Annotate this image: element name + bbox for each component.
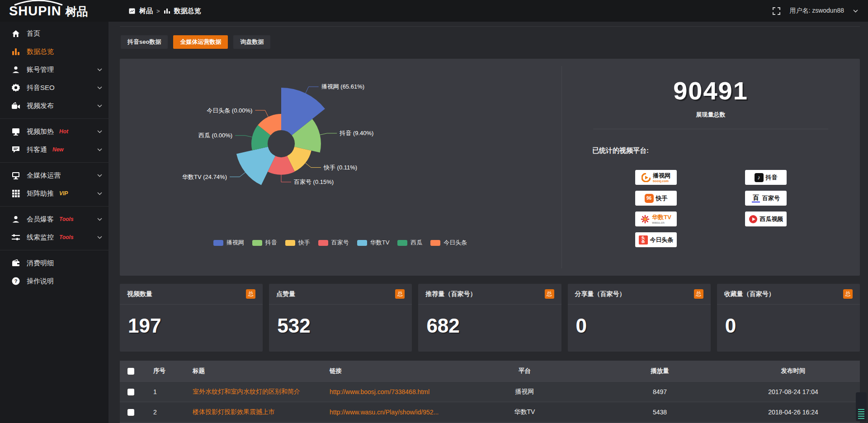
legend-item[interactable]: 播视网 bbox=[213, 239, 244, 247]
pie-label-line bbox=[306, 163, 321, 168]
legend-item[interactable]: 百家号 bbox=[318, 239, 349, 247]
stat-card-recommend: 推荐量（百家号）总 682 bbox=[418, 284, 561, 352]
breadcrumb-current: 数据总览 bbox=[174, 7, 201, 15]
tools-badge: Tools bbox=[59, 234, 74, 240]
video-url-link[interactable]: http://www.wasu.cn/Play/show/id/952... bbox=[326, 409, 456, 416]
row-checkbox[interactable] bbox=[127, 389, 134, 395]
platform-badge-kuaishou: 96 快手 bbox=[635, 191, 677, 206]
grid-icon bbox=[12, 189, 20, 197]
total-badge[interactable]: 总 bbox=[395, 289, 405, 299]
total-impressions-value: 90491 bbox=[561, 76, 860, 105]
sidebar-divider bbox=[0, 206, 108, 207]
video-table: 序号 标题 链接 平台 播放量 发布时间 1 室外水纹灯和室内水纹灯的区别和简介… bbox=[120, 361, 860, 423]
stat-card-video-count: 视频数量总 197 bbox=[120, 284, 263, 352]
sidebar-item-instructions[interactable]: ? 操作说明 bbox=[0, 272, 108, 290]
sidebar-item-douketong[interactable]: 抖客通 New bbox=[0, 141, 108, 159]
row-checkbox[interactable] bbox=[127, 409, 134, 416]
toutiao-logo-icon: 头条 bbox=[639, 235, 648, 244]
floating-widget[interactable] bbox=[856, 392, 867, 421]
sidebar-divider bbox=[0, 250, 108, 250]
hot-badge: Hot bbox=[59, 128, 68, 135]
sidebar-item-account[interactable]: 账号管理 bbox=[0, 61, 108, 79]
logo-text-en: SHUPIN bbox=[9, 5, 61, 18]
platforms-title: 已统计的视频平台: bbox=[592, 146, 860, 155]
legend-item[interactable]: 快手 bbox=[285, 239, 310, 247]
sidebar-item-douyin-seo[interactable]: 抖音SEO bbox=[0, 79, 108, 97]
svg-text:?: ? bbox=[14, 278, 18, 284]
pie-label: 快手 (0.11%) bbox=[323, 164, 357, 171]
video-title-link[interactable]: 楼体投影灯投影效果震撼上市 bbox=[189, 408, 326, 416]
logo-arc-decoration bbox=[12, 0, 65, 6]
chevron-down-icon bbox=[97, 148, 102, 151]
sidebar-item-omnimedia[interactable]: 全媒体运营 bbox=[0, 166, 108, 184]
legend-item[interactable]: 今日头条 bbox=[430, 239, 467, 247]
home-icon bbox=[12, 29, 20, 38]
chevron-down-icon[interactable] bbox=[853, 9, 858, 13]
chart-legend: 播视网 抖音 快手 百家号 华数TV 西瓜 今日头条 bbox=[120, 239, 561, 247]
legend-swatch bbox=[213, 240, 223, 246]
platform-badge-boosj: 播视网boosj.com bbox=[635, 170, 677, 185]
summary-divider bbox=[593, 129, 828, 129]
fullscreen-icon[interactable] bbox=[773, 7, 780, 15]
username-label[interactable]: 用户名: zswodun88 bbox=[789, 7, 844, 15]
pie-label-line bbox=[320, 133, 337, 135]
stat-card-shares: 分享量（百家号）总 0 bbox=[568, 284, 711, 352]
data-tabs: 抖音seo数据 全媒体运营数据 询盘数据 bbox=[121, 35, 270, 49]
legend-swatch bbox=[397, 240, 407, 246]
total-badge[interactable]: 总 bbox=[246, 289, 255, 299]
sidebar-item-video-heat[interactable]: 视频加热 Hot bbox=[0, 122, 108, 141]
platforms-grid: 播视网boosj.com ♪ 抖音 96 快手 百 百家号 华数TVwasu.c… bbox=[635, 170, 787, 247]
legend-item[interactable]: 华数TV bbox=[357, 239, 390, 247]
sidebar-item-lead-monitor[interactable]: 线索监控 Tools bbox=[0, 228, 108, 246]
tab-douyin-seo-data[interactable]: 抖音seo数据 bbox=[121, 35, 168, 49]
stat-cards-row: 视频数量总 197 点赞量总 532 推荐量（百家号）总 682 分享量（百家号… bbox=[120, 284, 860, 352]
legend-item[interactable]: 抖音 bbox=[252, 239, 277, 247]
stat-value: 532 bbox=[269, 305, 412, 337]
legend-swatch bbox=[318, 240, 328, 246]
breadcrumb-separator: > bbox=[156, 8, 160, 14]
sidebar-item-matrix-boost[interactable]: 矩阵助推 VIP bbox=[0, 184, 108, 202]
tools-badge: Tools bbox=[59, 216, 74, 222]
video-title-link[interactable]: 室外水纹灯和室内水纹灯的区别和简介 bbox=[189, 388, 326, 396]
wallet-icon bbox=[12, 259, 20, 267]
top-header: SHUPIN 树品 树品 > 数据总览 用户名: zswodun88 bbox=[0, 0, 868, 22]
pie-slice-华数TV[interactable] bbox=[236, 147, 275, 185]
stat-value: 197 bbox=[120, 305, 263, 337]
bar-chart-icon bbox=[164, 8, 170, 14]
user-icon bbox=[12, 66, 20, 74]
chevron-down-icon bbox=[97, 104, 102, 108]
sidebar-item-member-burst[interactable]: 会员爆客 Tools bbox=[0, 210, 108, 228]
table-header-row: 序号 标题 链接 平台 播放量 发布时间 bbox=[120, 361, 860, 381]
sidebar-item-home[interactable]: 首页 bbox=[0, 24, 108, 42]
total-badge[interactable]: 总 bbox=[843, 289, 853, 299]
tab-inquiry-data[interactable]: 询盘数据 bbox=[233, 35, 270, 49]
legend-item[interactable]: 西瓜 bbox=[397, 239, 422, 247]
stat-value: 682 bbox=[418, 305, 561, 337]
total-badge[interactable]: 总 bbox=[694, 289, 703, 299]
header-right: 用户名: zswodun88 bbox=[773, 7, 868, 15]
tab-omnimedia-data[interactable]: 全媒体运营数据 bbox=[173, 35, 228, 49]
select-all-checkbox[interactable] bbox=[127, 368, 134, 375]
pie-label-line bbox=[255, 110, 268, 117]
bar-chart-icon bbox=[12, 47, 20, 56]
sidebar-item-video-publish[interactable]: 视频发布 bbox=[0, 97, 108, 115]
table-row: 2 楼体投影灯投影效果震撼上市 http://www.wasu.cn/Play/… bbox=[120, 402, 860, 422]
chat-icon bbox=[12, 146, 20, 154]
sidebar-item-data-overview[interactable]: 数据总览 bbox=[0, 42, 108, 61]
sidebar-divider bbox=[0, 162, 108, 163]
video-url-link[interactable]: http://www.boosj.com/7338468.html bbox=[326, 388, 456, 395]
breadcrumb-root[interactable]: 树品 bbox=[139, 7, 153, 15]
pie-label-line bbox=[230, 172, 245, 177]
pie-label: 华数TV (24.74%) bbox=[182, 174, 227, 180]
pie-label-line bbox=[306, 87, 319, 93]
sidebar-divider bbox=[0, 118, 108, 119]
total-impressions-label: 展现量总数 bbox=[561, 111, 860, 119]
boosj-logo-icon bbox=[642, 173, 651, 182]
sidebar-item-expense-detail[interactable]: 消费明细 bbox=[0, 254, 108, 272]
wasu-logo-icon bbox=[641, 215, 650, 224]
chevron-down-icon bbox=[97, 236, 102, 239]
table-row: 1 室外水纹灯和室内水纹灯的区别和简介 http://www.boosj.com… bbox=[120, 381, 860, 402]
legend-swatch bbox=[357, 240, 367, 246]
total-badge[interactable]: 总 bbox=[545, 289, 554, 299]
chevron-down-icon bbox=[97, 218, 102, 221]
